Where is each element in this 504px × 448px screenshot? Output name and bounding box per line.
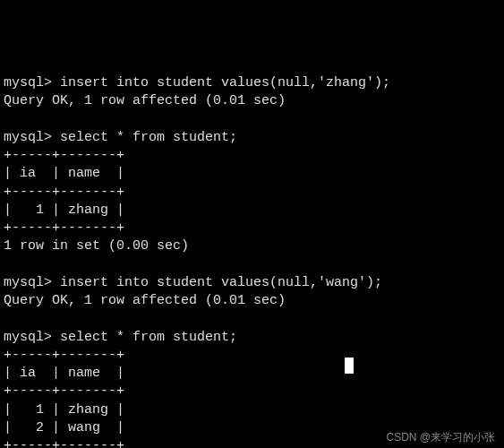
table-border: +-----+-------+ — [4, 220, 124, 236]
sql-command: select * from student; — [60, 130, 237, 145]
table-header: | ia | name | — [4, 166, 124, 181]
mysql-prompt: mysql> — [4, 330, 52, 345]
query-result: 1 row in set (0.00 sec) — [4, 238, 189, 254]
sql-command: insert into student values(null,'zhang')… — [60, 75, 390, 90]
table-row: | 1 | zhang | — [4, 202, 124, 218]
table-border: +-----+-------+ — [4, 383, 124, 399]
sql-command: insert into student values(null,'wang'); — [60, 275, 382, 290]
cursor-icon — [345, 358, 354, 374]
table-border: +-----+-------+ — [4, 185, 124, 200]
terminal[interactable]: mysql> insert into student values(null,'… — [4, 74, 500, 448]
table-header: | ia | name | — [4, 366, 124, 381]
watermark: CSDN @来学习的小张 — [386, 430, 495, 444]
mysql-prompt: mysql> — [4, 75, 52, 90]
table-border: +-----+-------+ — [4, 438, 124, 448]
sql-command: select * from student; — [60, 330, 237, 345]
mysql-prompt: mysql> — [4, 130, 52, 145]
table-border: +-----+-------+ — [4, 348, 124, 363]
table-border: +-----+-------+ — [4, 148, 124, 163]
table-row: | 2 | wang | — [4, 420, 124, 435]
mysql-prompt: mysql> — [4, 275, 52, 290]
query-result: Query OK, 1 row affected (0.01 sec) — [4, 93, 286, 108]
query-result: Query OK, 1 row affected (0.01 sec) — [4, 293, 286, 308]
table-row: | 1 | zhang | — [4, 402, 124, 418]
